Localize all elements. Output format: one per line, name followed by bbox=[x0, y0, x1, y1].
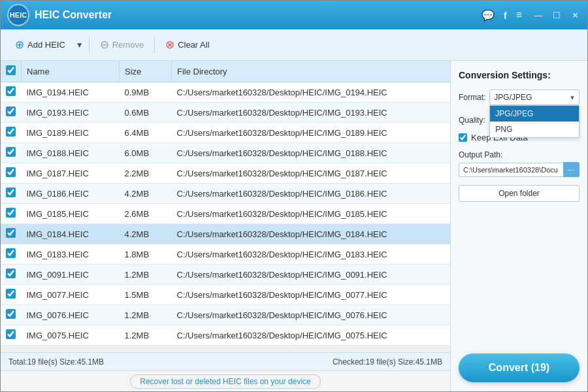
row-size: 1.2MB bbox=[120, 265, 172, 285]
add-icon: ⊕ bbox=[15, 38, 24, 52]
row-checkbox[interactable] bbox=[6, 86, 16, 96]
output-path-input[interactable] bbox=[459, 163, 563, 177]
keep-exif-checkbox[interactable] bbox=[459, 133, 467, 142]
row-dir: C:/Users/market160328/Desktop/HEIC/IMG_0… bbox=[172, 103, 451, 123]
add-heic-button[interactable]: ⊕ Add HEIC bbox=[8, 35, 72, 55]
row-dir: C:/Users/market160328/Desktop/HEIC/IMG_0… bbox=[172, 184, 451, 204]
status-bar: Total:19 file(s) Size:45.1MB Checked:19 … bbox=[1, 352, 450, 370]
row-checkbox-cell bbox=[1, 285, 22, 305]
row-name: IMG_0184.HEIC bbox=[22, 224, 120, 244]
clear-all-label: Clear All bbox=[178, 40, 209, 50]
row-dir: C:/Users/market160328/Desktop/HEIC/IMG_0… bbox=[172, 123, 451, 143]
row-checkbox-cell bbox=[1, 163, 22, 184]
facebook-icon[interactable]: f bbox=[504, 10, 507, 21]
row-size: 4.2MB bbox=[120, 224, 172, 244]
row-dir: C:/Users/market160328/Desktop/HEIC/IMG_0… bbox=[172, 325, 451, 346]
table-row: IMG_0184.HEIC 4.2MB C:/Users/market16032… bbox=[1, 224, 450, 244]
row-checkbox-cell bbox=[1, 305, 22, 325]
window-controls: — ☐ ✕ bbox=[532, 9, 581, 21]
app-title: HEIC Converter bbox=[35, 9, 482, 21]
row-checkbox[interactable] bbox=[6, 309, 16, 319]
menu-icon[interactable]: ≡ bbox=[516, 9, 522, 21]
row-name: IMG_0193.HEIC bbox=[22, 103, 120, 123]
format-select[interactable]: JPG/JPEG PNG bbox=[489, 90, 580, 105]
table-row: IMG_0186.HEIC 4.2MB C:/Users/market16032… bbox=[1, 184, 450, 204]
row-dir: C:/Users/market160328/Desktop/HEIC/IMG_0… bbox=[172, 224, 451, 244]
row-size: 0.9MB bbox=[120, 82, 172, 103]
row-dir: C:/Users/market160328/Desktop/HEIC/IMG_0… bbox=[172, 285, 451, 305]
maximize-button[interactable]: ☐ bbox=[551, 9, 563, 21]
remove-button[interactable]: ⊖ Remove bbox=[93, 35, 150, 55]
table-row: IMG_0076.HEIC 1.2MB C:/Users/market16032… bbox=[1, 305, 450, 325]
close-button[interactable]: ✕ bbox=[569, 9, 581, 21]
row-name: IMG_0185.HEIC bbox=[22, 204, 120, 224]
row-checkbox[interactable] bbox=[6, 147, 16, 157]
row-checkbox-cell bbox=[1, 204, 22, 224]
row-checkbox[interactable] bbox=[6, 208, 16, 218]
row-checkbox[interactable] bbox=[6, 289, 16, 299]
row-checkbox[interactable] bbox=[6, 228, 16, 238]
row-name: IMG_0188.HEIC bbox=[22, 143, 120, 163]
row-checkbox-cell bbox=[1, 123, 22, 143]
table-row: IMG_0188.HEIC 6.0MB C:/Users/market16032… bbox=[1, 143, 450, 163]
row-checkbox[interactable] bbox=[6, 188, 16, 197]
output-path-section: Output Path: ··· bbox=[459, 150, 580, 177]
row-dir: C:/Users/market160328/Desktop/HEIC/IMG_0… bbox=[172, 244, 451, 265]
format-setting: Format: JPG/JPEG PNG ▼ JPG/JPEG PNG bbox=[459, 90, 580, 108]
row-size: 0.6MB bbox=[120, 103, 172, 123]
main-content: Name Size File Directory IMG_0194.HEIC 0… bbox=[1, 61, 587, 391]
format-dropdown-popup: JPG/JPEG PNG bbox=[489, 105, 580, 138]
row-checkbox[interactable] bbox=[6, 269, 16, 278]
row-size: 4.2MB bbox=[120, 184, 172, 204]
clear-icon: ⊗ bbox=[165, 38, 174, 52]
output-path-label: Output Path: bbox=[459, 150, 580, 159]
header-checkbox-col bbox=[1, 61, 22, 82]
table-row: IMG_0077.HEIC 1.5MB C:/Users/market16032… bbox=[1, 285, 450, 305]
row-checkbox-cell bbox=[1, 184, 22, 204]
row-checkbox[interactable] bbox=[6, 106, 16, 116]
row-checkbox[interactable] bbox=[6, 248, 16, 258]
header-size-col: Size bbox=[120, 61, 172, 82]
row-checkbox[interactable] bbox=[6, 167, 16, 177]
row-name: IMG_0091.HEIC bbox=[22, 265, 120, 285]
dropdown-item-png[interactable]: PNG bbox=[490, 122, 579, 137]
open-folder-button[interactable]: Open folder bbox=[459, 185, 580, 202]
title-bar-icons: 💬 f ≡ bbox=[482, 9, 522, 22]
footer-bar: Recover lost or deleted HEIC files on yo… bbox=[1, 370, 450, 391]
add-heic-label: Add HEIC bbox=[27, 40, 65, 50]
row-checkbox[interactable] bbox=[6, 329, 16, 339]
convert-button[interactable]: Convert (19) bbox=[459, 353, 580, 382]
main-window: HEIC HEIC Converter 💬 f ≡ — ☐ ✕ ⊕ Add HE… bbox=[0, 0, 588, 392]
row-name: IMG_0187.HEIC bbox=[22, 163, 120, 184]
table-row: IMG_0185.HEIC 2.6MB C:/Users/market16032… bbox=[1, 204, 450, 224]
table-row: IMG_0091.HEIC 1.2MB C:/Users/market16032… bbox=[1, 265, 450, 285]
row-name: IMG_0183.HEIC bbox=[22, 244, 120, 265]
row-name: IMG_0076.HEIC bbox=[22, 305, 120, 325]
clear-all-button[interactable]: ⊗ Clear All bbox=[159, 35, 216, 55]
table-container[interactable]: Name Size File Directory IMG_0194.HEIC 0… bbox=[1, 61, 450, 352]
remove-icon: ⊖ bbox=[100, 38, 109, 52]
table-row: IMG_0193.HEIC 0.6MB C:/Users/market16032… bbox=[1, 103, 450, 123]
row-size: 2.2MB bbox=[120, 163, 172, 184]
row-dir: C:/Users/market160328/Desktop/HEIC/IMG_0… bbox=[172, 143, 451, 163]
recover-link[interactable]: Recover lost or deleted HEIC files on yo… bbox=[130, 374, 320, 389]
toolbar: ⊕ Add HEIC ▼ ⊖ Remove ⊗ Clear All bbox=[1, 29, 587, 61]
browse-button[interactable]: ··· bbox=[563, 162, 580, 177]
add-dropdown-arrow[interactable]: ▼ bbox=[74, 38, 85, 52]
row-name: IMG_0075.HEIC bbox=[22, 325, 120, 346]
row-dir: C:/Users/market160328/Desktop/HEIC/IMG_0… bbox=[172, 82, 451, 103]
chat-icon[interactable]: 💬 bbox=[482, 9, 495, 22]
select-all-checkbox[interactable] bbox=[6, 65, 16, 75]
row-checkbox[interactable] bbox=[6, 127, 16, 137]
dropdown-item-jpg[interactable]: JPG/JPEG bbox=[490, 106, 579, 122]
row-dir: C:/Users/market160328/Desktop/HEIC/IMG_0… bbox=[172, 204, 451, 224]
minimize-button[interactable]: — bbox=[532, 9, 544, 21]
format-row: Format: JPG/JPEG PNG ▼ JPG/JPEG PNG bbox=[459, 90, 580, 105]
row-checkbox-cell bbox=[1, 325, 22, 346]
toolbar-divider-2 bbox=[154, 37, 155, 53]
table-header-row: Name Size File Directory bbox=[1, 61, 450, 82]
panel-title: Conversion Settings: bbox=[459, 70, 580, 80]
checked-status: Checked:19 file(s) Size:45.1MB bbox=[333, 357, 442, 367]
row-dir: C:/Users/market160328/Desktop/HEIC/IMG_0… bbox=[172, 305, 451, 325]
row-checkbox-cell bbox=[1, 82, 22, 103]
